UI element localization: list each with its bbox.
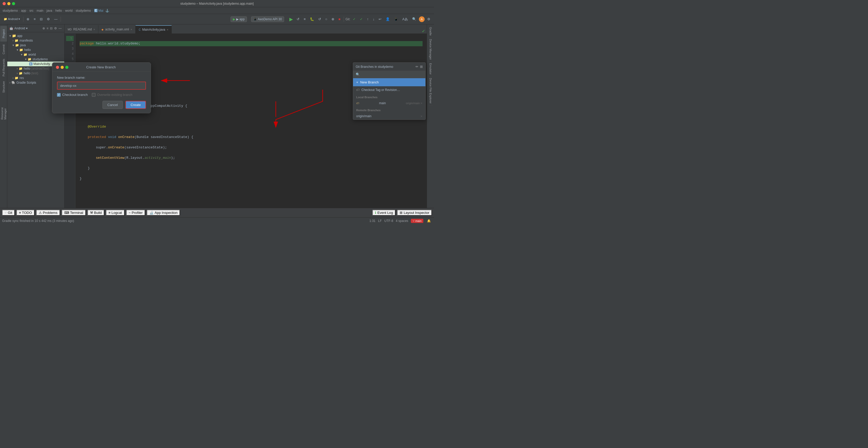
add-button[interactable]: ⊕ [25,16,31,22]
git-fetch-button[interactable]: ↓ [371,16,376,22]
sidebar-item-resource-manager[interactable]: Resource Manager [0,96,7,119]
stop-button[interactable]: ■ [337,16,342,22]
sidebar-item-gradle[interactable]: Gradle [428,26,433,37]
line-ending[interactable]: LF [378,219,382,223]
sidebar-item-project[interactable]: Project [0,26,7,42]
collapse-all-button[interactable]: ≡ [46,26,49,31]
checkout-tag-item[interactable]: 🏷 Checkout Tag or Revision… [353,86,426,94]
breadcrumb-item[interactable]: app [21,9,26,12]
cursor-position[interactable]: 1:31 [369,219,375,223]
minimize-panel-button[interactable]: — [58,26,62,31]
sidebar-item-pull-requests[interactable]: Pull Requests [0,57,7,78]
app-inspection-tab[interactable]: 🔬 App Inspection [147,210,180,216]
maximize-button[interactable] [12,2,15,5]
account-button[interactable]: A [419,16,425,22]
origin-main-branch-item[interactable]: origin/main > [353,113,426,119]
git-tab[interactable]: ⑂ Git [2,210,15,216]
dialog-close[interactable] [56,66,59,69]
tree-item-studydemo[interactable]: ▾ 📁 studydemo [7,57,64,62]
git-check-button[interactable]: ✓ [351,16,357,22]
git-search-input[interactable] [361,73,423,76]
breadcrumb-item[interactable]: java [46,9,52,12]
profiler-tab[interactable]: ~ Profiler [126,210,146,216]
branch-name-input[interactable] [57,81,146,90]
git-checkmark-button[interactable]: ✓ [358,16,364,22]
checkout-branch-checkbox[interactable]: ✓ Checkout branch [57,93,88,97]
indent-size[interactable]: 4 spaces [396,219,408,223]
sync-button[interactable]: ≡ [32,16,37,22]
encoding[interactable]: UTF-8 [384,219,393,223]
new-branch-item[interactable]: + New Branch [353,78,426,86]
coverage-button[interactable]: ≡ [302,16,307,22]
navigate-icon[interactable]: ⚓ [105,9,109,12]
breadcrumb-item[interactable]: studydemo [76,9,91,12]
notifications-button[interactable]: 🔔 [426,218,432,223]
filter-panel-button[interactable]: ⊟ [50,26,53,31]
main-branch-item[interactable]: 🏷 main origin/main > [353,100,426,107]
translate-button[interactable]: Aあ [401,16,409,23]
build-button[interactable]: ↺ [317,16,323,22]
breadcrumb-current[interactable]: Mai [98,9,103,12]
close-tab-xml[interactable]: × [131,28,132,31]
sidebar-item-commit[interactable]: Commit [0,43,7,56]
git-edit-icon[interactable]: ✏ [415,65,418,69]
terminal-tab[interactable]: ⌨ Terminal [62,210,86,216]
cancel-button[interactable]: Cancel [102,101,123,109]
settings-button[interactable]: ⚙ [45,16,52,22]
breadcrumb-item[interactable]: world [65,9,72,12]
project-view-button[interactable]: 📁 Android ▾ [2,16,22,22]
close-tab-readme[interactable]: × [93,28,95,31]
close-button[interactable] [3,2,6,5]
tree-item-manifests[interactable]: › 📁 manifests [7,38,64,43]
build-tab[interactable]: ⚒ Build [87,210,104,216]
tab-mainactivity[interactable]: C MainActivity.java × [135,25,172,34]
tree-item-app[interactable]: ▾ 📁 app [7,33,64,38]
run-button[interactable]: ▶ [288,16,294,23]
run-config-dropdown[interactable]: ▶ ▶ app [230,16,247,22]
breadcrumb-item[interactable]: main [37,9,43,12]
collapse-button[interactable]: — [53,16,59,22]
dialog-maximize[interactable] [65,66,68,69]
tab-readme[interactable]: MD README.md × [65,25,98,34]
git-settings-icon[interactable]: ⊞ [420,65,423,69]
sidebar-item-structure[interactable]: Structure [0,79,7,95]
device-manager-button[interactable]: 📱 [392,16,400,22]
minimize-button[interactable] [7,2,10,5]
todo-tab[interactable]: ≡ TODO [17,210,35,216]
search-everywhere-button[interactable]: 🔍 [411,16,418,22]
debug-button[interactable]: ↺ [295,16,301,22]
accept-changes-icon[interactable]: ✓ [422,29,425,34]
sidebar-item-device-manager[interactable]: Device Manager [428,37,433,62]
tree-item-world[interactable]: ▾ 📁 world [7,52,64,57]
tree-item-hello[interactable]: ▾ 📁 hello [7,47,64,52]
sdk-dropdown[interactable]: 📱 AwsDemo API 30 [251,16,284,22]
sidebar-item-device-file-explorer[interactable]: Device File Explorer [428,76,433,105]
expand-all-button[interactable]: ⊕ [42,26,45,31]
event-log-tab[interactable]: ℹ Event Log [372,210,396,216]
settings-panel-button[interactable]: ⚙ [54,26,58,31]
attach-button[interactable]: ⊕ [330,16,336,22]
settings2-button[interactable]: ⚙ [426,16,432,22]
breadcrumb-item[interactable]: src [29,9,34,12]
close-tab-java[interactable]: × [167,28,168,31]
filter-button[interactable]: ⊟ [38,16,44,22]
profile-button[interactable]: 🐛 [308,16,316,22]
problems-tab[interactable]: ⚠ Problems [36,210,60,216]
vcs-button[interactable]: 👤 [384,16,391,22]
breadcrumb-item[interactable]: hello [55,9,62,12]
dialog-minimize[interactable] [61,66,64,69]
git-push-button[interactable]: ↑ [365,16,370,22]
analyze-button[interactable]: ○ [324,16,329,22]
sidebar-item-emulator[interactable]: Emulator [428,62,433,76]
tree-item-java[interactable]: ▾ 📁 java [7,43,64,47]
create-button[interactable]: Create [125,101,146,109]
breadcrumb-item[interactable]: studydemo [3,9,18,12]
layout-inspector-tab[interactable]: ⊞ Layout Inspector [397,210,432,216]
git-branch-status[interactable]: ⑂ main [411,219,423,223]
git-search-bar[interactable]: 🔍 [353,71,426,78]
git-history-button[interactable]: ↩ [377,16,383,22]
logcat-tab[interactable]: ≡ Logcat [106,210,125,216]
overwrite-branch-checkbox[interactable]: Overwrite existing branch [92,93,132,97]
dropdown-icon[interactable]: ▾ [26,27,28,30]
tab-activity-xml[interactable]: ◆ activity_main.xml × [98,25,135,34]
